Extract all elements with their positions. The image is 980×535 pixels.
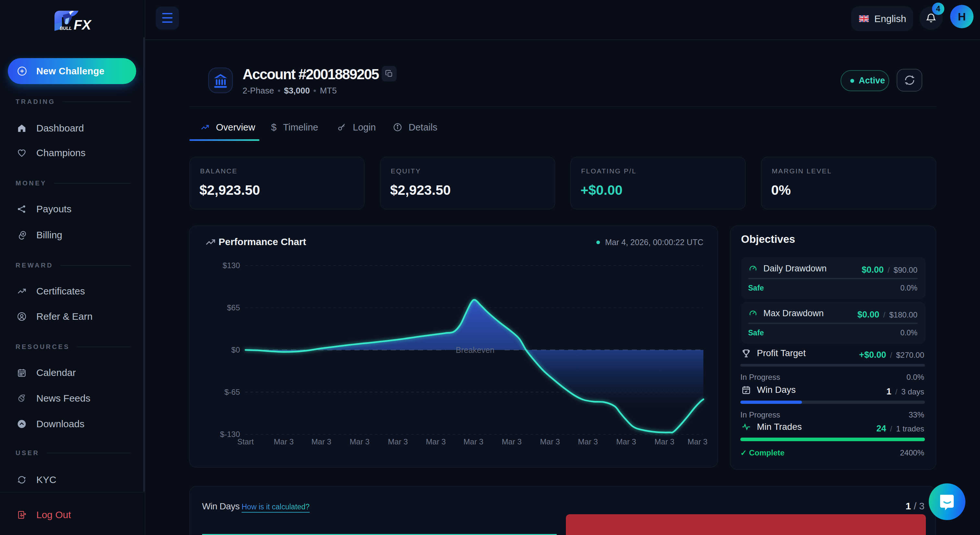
svg-text:Mar 3: Mar 3 bbox=[578, 437, 598, 446]
svg-text:Mar 3: Mar 3 bbox=[616, 437, 636, 446]
svg-text:Mar 3: Mar 3 bbox=[350, 437, 369, 446]
svg-text:Mar 3: Mar 3 bbox=[426, 437, 445, 446]
svg-text:$0: $0 bbox=[231, 345, 240, 354]
svg-text:$130: $130 bbox=[223, 261, 240, 270]
svg-text:$-65: $-65 bbox=[224, 388, 240, 396]
svg-text:Breakeven: Breakeven bbox=[456, 345, 495, 355]
svg-text:Mar 3: Mar 3 bbox=[654, 437, 674, 446]
svg-text:Mar 3: Mar 3 bbox=[311, 437, 331, 446]
svg-text:Mar 3: Mar 3 bbox=[463, 437, 483, 446]
svg-text:Mar 3: Mar 3 bbox=[388, 437, 407, 446]
svg-text:Mar 3: Mar 3 bbox=[540, 437, 560, 446]
svg-text:FX: FX bbox=[73, 17, 92, 32]
svg-text:$65: $65 bbox=[227, 303, 240, 312]
svg-text:BULL: BULL bbox=[60, 26, 72, 31]
svg-text:Mar 3: Mar 3 bbox=[502, 437, 522, 446]
svg-text:Mar 3: Mar 3 bbox=[274, 437, 293, 446]
svg-text:Mar 3: Mar 3 bbox=[687, 437, 707, 446]
svg-text:Start: Start bbox=[237, 437, 254, 446]
